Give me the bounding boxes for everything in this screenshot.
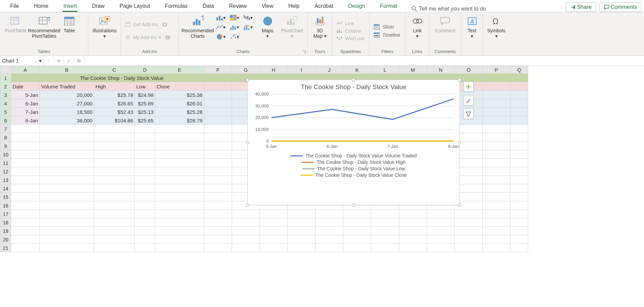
share-button[interactable]: Share [566,2,596,12]
cell[interactable] [483,244,511,252]
cell[interactable] [40,244,94,252]
timeline-button[interactable]: Timeline [372,32,402,38]
col-header-M[interactable]: M [399,66,427,74]
cell[interactable] [427,227,455,235]
cell[interactable] [11,176,40,184]
cell[interactable] [483,184,511,193]
cell[interactable] [204,91,232,99]
spreadsheet-grid[interactable]: ABCDEFGHIJKLMNOPQ1The Cookie Shop - Dail… [0,66,644,307]
row-header-14[interactable]: 14 [0,184,11,193]
cell[interactable] [94,218,135,227]
cell[interactable] [155,159,204,167]
cell[interactable]: 36,000 [40,116,94,125]
cell[interactable] [204,133,232,142]
cell[interactable] [427,235,455,244]
cell[interactable] [511,142,528,150]
cell[interactable] [11,74,40,82]
tab-draw[interactable]: Draw [84,1,112,12]
fx-icon[interactable]: fx [74,56,84,66]
chart-styles-button[interactable] [463,95,473,105]
cell[interactable] [371,210,399,218]
col-header-E[interactable]: E [155,66,204,74]
cell[interactable] [40,235,94,244]
cell[interactable] [483,167,511,176]
cell[interactable] [204,210,232,218]
cell[interactable] [483,150,511,159]
cell[interactable] [135,167,155,176]
legend-item[interactable]: The Cookie Shop - Daily Stock Value Clos… [248,172,460,178]
cell[interactable] [399,227,427,235]
row-header-6[interactable]: 6 [0,116,11,125]
cell[interactable]: $26.65 [94,99,135,108]
resize-handle[interactable] [246,203,249,207]
cell[interactable] [11,142,40,150]
cell[interactable] [204,82,232,91]
col-header-O[interactable]: O [455,66,483,74]
cell[interactable] [155,193,204,201]
row-header-17[interactable]: 17 [0,210,11,218]
cell[interactable] [135,218,155,227]
column-chart-icon[interactable]: ▾ [216,14,226,22]
cell[interactable] [511,91,528,99]
row-header-10[interactable]: 10 [0,150,11,159]
legend-item[interactable]: The Cookie Shop - Daily Stock Value High [248,159,460,165]
pivotchart-button[interactable]: PivotChart▾ [279,14,305,40]
cell[interactable] [232,227,260,235]
cell[interactable] [94,184,135,193]
recommended-pivottables-button[interactable]: ? RecommendedPivotTables [31,14,58,40]
cell[interactable] [94,210,135,218]
cell[interactable] [135,201,155,210]
cell[interactable] [155,142,204,150]
chart-legend[interactable]: The Cookie Shop - Daily Stock Value Volu… [248,150,460,182]
cell[interactable] [288,235,316,244]
cell[interactable] [204,227,232,235]
cell[interactable] [511,235,528,244]
cell[interactable] [427,244,455,252]
cell[interactable] [40,133,94,142]
tab-view[interactable]: View [254,1,281,12]
cell[interactable] [94,125,135,133]
cell[interactable] [483,91,511,99]
select-all-corner[interactable] [0,66,11,74]
hierarchy-chart-icon[interactable]: ▾ [230,14,239,22]
cell[interactable]: $25.13 [135,108,155,116]
tab-data[interactable]: Data [195,1,221,12]
cell[interactable]: $25.28 [155,108,204,116]
cell[interactable] [371,235,399,244]
maps-button[interactable]: Maps▾ [257,14,278,40]
cell[interactable] [288,210,316,218]
name-box[interactable]: Chart 1▾ [0,56,43,66]
cell[interactable] [11,193,40,201]
cell[interactable] [455,227,483,235]
row-header-5[interactable]: 5 [0,108,11,116]
cell[interactable] [511,193,528,201]
cell[interactable] [260,244,288,252]
cell[interactable] [155,210,204,218]
cell[interactable] [343,235,371,244]
cell[interactable] [135,133,155,142]
tab-page-layout[interactable]: Page Layout [112,1,158,12]
comment-button[interactable]: Comment [431,14,459,35]
cell[interactable] [232,244,260,252]
cell[interactable] [155,167,204,176]
resize-handle[interactable] [458,141,461,144]
cell[interactable] [11,210,40,218]
symbols-button[interactable]: Ω Symbols▾ [485,14,507,40]
cell[interactable] [511,150,528,159]
cell[interactable] [94,235,135,244]
cell[interactable] [135,142,155,150]
cell[interactable] [483,218,511,227]
cell[interactable] [11,244,40,252]
chart-filters-button[interactable] [463,109,473,119]
cell[interactable] [511,116,528,125]
cell[interactable] [155,244,204,252]
cell[interactable] [483,201,511,210]
get-addins-button[interactable]: Get Add-ins [123,20,172,29]
col-header-L[interactable]: L [371,66,399,74]
cell[interactable] [232,235,260,244]
cell[interactable] [204,176,232,184]
row-header-21[interactable]: 21 [0,244,11,252]
slicer-button[interactable]: Slicer [372,23,396,30]
cell[interactable] [94,150,135,159]
cell[interactable] [204,142,232,150]
